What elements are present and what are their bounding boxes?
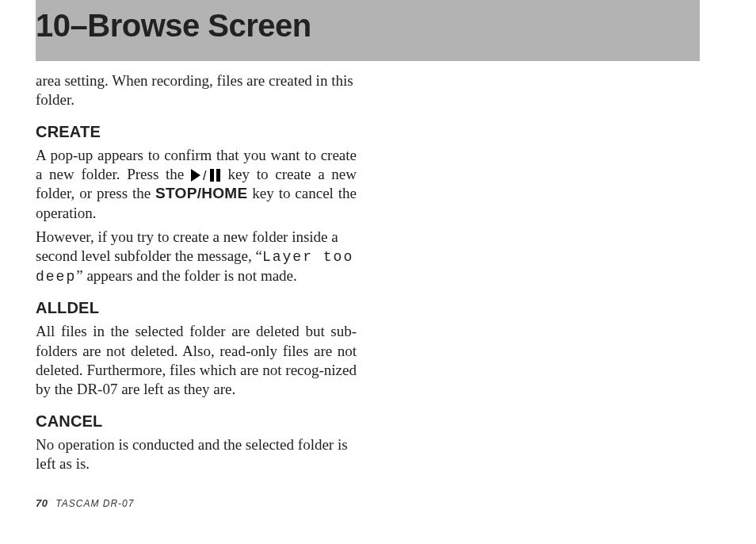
body-column: area setting. When recording, files are … — [36, 71, 357, 478]
create-paragraph-2: However, if you try to create a new fold… — [36, 228, 357, 286]
product-model: TASCAM DR-07 — [55, 498, 134, 509]
chapter-title: 10–Browse Screen — [36, 8, 700, 43]
section-heading-cancel: CANCEL — [36, 412, 357, 431]
svg-rect-2 — [210, 169, 214, 182]
play-pause-icon: / — [191, 169, 221, 182]
stop-home-key-label: STOP/HOME — [155, 185, 247, 201]
create-p2-text-b: ” appears and the folder is not made. — [76, 267, 297, 284]
svg-rect-3 — [216, 169, 220, 182]
intro-paragraph: area setting. When recording, files are … — [36, 71, 357, 110]
section-heading-alldel: ALLDEL — [36, 299, 357, 317]
page-footer: 70 TASCAM DR-07 — [36, 497, 134, 509]
manual-page: 10–Browse Screen area setting. When reco… — [0, 0, 756, 544]
chapter-header-bar: 10–Browse Screen — [36, 0, 700, 61]
svg-marker-0 — [191, 169, 200, 182]
page-number: 70 — [36, 497, 48, 509]
cancel-paragraph-1: No operation is conducted and the select… — [36, 435, 357, 474]
section-heading-create: CREATE — [36, 123, 357, 141]
svg-text:/: / — [203, 169, 207, 182]
create-paragraph-1: A pop-up appears to confirm that you wan… — [36, 146, 357, 223]
alldel-paragraph-1: All files in the selected folder are del… — [36, 322, 357, 399]
